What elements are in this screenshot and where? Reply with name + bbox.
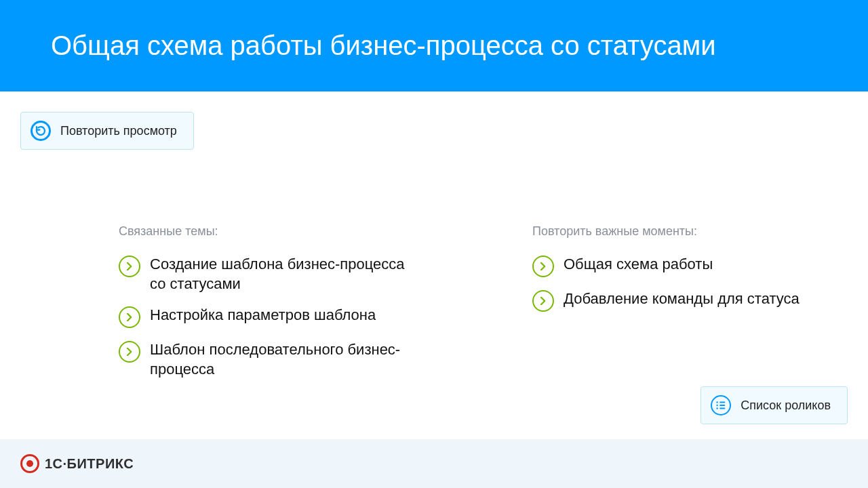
svg-point-0 bbox=[717, 401, 718, 403]
video-list-button[interactable]: Список роликов bbox=[701, 386, 848, 424]
page-header: Общая схема работы бизнес-процесса со ст… bbox=[0, 0, 868, 92]
controls-row: Повторить просмотр bbox=[0, 92, 868, 150]
related-topic-label: Настройка параметров шаблона bbox=[150, 306, 376, 325]
key-moment-item[interactable]: Общая схема работы bbox=[532, 255, 844, 277]
svg-rect-5 bbox=[719, 408, 725, 409]
replay-button[interactable]: Повторить просмотр bbox=[20, 112, 194, 150]
chevron-right-icon bbox=[532, 290, 554, 312]
chevron-right-icon bbox=[532, 256, 554, 277]
chevron-right-icon bbox=[119, 306, 140, 328]
related-topic-label: Шаблон последовательного бизнес-процесса bbox=[150, 340, 410, 379]
brand-mark-icon bbox=[20, 454, 39, 473]
related-topic-item[interactable]: Создание шаблона бизнес-процесса со стат… bbox=[119, 255, 410, 293]
key-moment-label: Добавление команды для статуса bbox=[564, 289, 800, 309]
related-topic-item[interactable]: Настройка параметров шаблона bbox=[119, 306, 410, 328]
related-topics-column: Связанные темы: Создание шаблона бизнес-… bbox=[119, 224, 410, 391]
key-moments-column: Повторить важные моменты: Общая схема ра… bbox=[532, 224, 844, 391]
replay-icon bbox=[31, 121, 51, 141]
chevron-right-icon bbox=[119, 341, 140, 363]
key-moments-heading: Повторить важные моменты: bbox=[532, 224, 844, 239]
svg-point-2 bbox=[717, 405, 718, 406]
footer: 1С·БИТРИКС bbox=[0, 439, 868, 488]
related-topic-label: Создание шаблона бизнес-процесса со стат… bbox=[150, 255, 410, 293]
video-list-label: Список роликов bbox=[741, 399, 831, 413]
svg-rect-3 bbox=[719, 405, 725, 406]
related-topic-item[interactable]: Шаблон последовательного бизнес-процесса bbox=[119, 340, 410, 379]
key-moment-label: Общая схема работы bbox=[564, 255, 713, 274]
related-topics-heading: Связанные темы: bbox=[119, 224, 410, 239]
svg-rect-1 bbox=[719, 402, 725, 403]
page-title: Общая схема работы бизнес-процесса со ст… bbox=[51, 30, 716, 61]
main-content: Связанные темы: Создание шаблона бизнес-… bbox=[0, 150, 868, 391]
chevron-right-icon bbox=[119, 256, 140, 277]
list-icon bbox=[711, 395, 731, 415]
svg-point-4 bbox=[717, 407, 718, 409]
brand-logo: 1С·БИТРИКС bbox=[20, 454, 134, 473]
key-moment-item[interactable]: Добавление команды для статуса bbox=[532, 289, 844, 312]
replay-label: Повторить просмотр bbox=[60, 124, 177, 138]
brand-text: 1С·БИТРИКС bbox=[45, 456, 134, 472]
